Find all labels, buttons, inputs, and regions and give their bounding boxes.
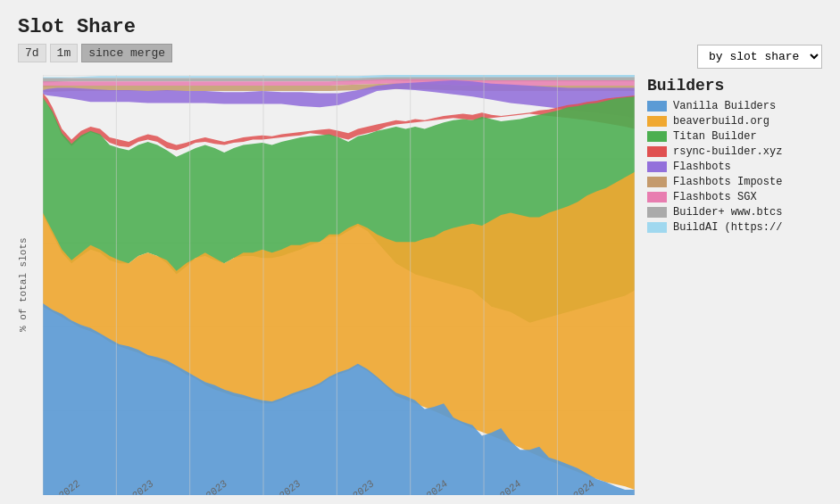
main-chart-svg: 100 80 60 40 20 0	[43, 75, 635, 495]
y-axis-label: % of total slots	[18, 75, 34, 495]
legend-label-beaver: beaverbuild.org	[673, 115, 769, 128]
chart-and-legend: 100 80 60 40 20 0	[43, 75, 822, 495]
legend-label-flashbots-imposter: Flashbots Imposte	[673, 176, 782, 188]
buildai-color-swatch	[647, 222, 667, 233]
legend-label-flashbots-sgx: Flashbots SGX	[673, 191, 757, 203]
legend-label-rsync: rsync-builder.xyz	[673, 145, 782, 158]
time-controls: 7d 1m since merge	[18, 44, 172, 62]
legend-item-builderplus: Builder+ www.btcs	[647, 206, 822, 219]
legend-title: Builders	[647, 77, 822, 95]
rsync-color-swatch	[647, 146, 667, 157]
time-7d-button[interactable]: 7d	[18, 44, 46, 62]
legend-label-titan: Titan Builder	[673, 130, 757, 143]
legend-label-vanilla: Vanilla Builders	[673, 100, 776, 112]
legend-panel: Builders Vanilla Builders beaverbuild.or…	[635, 75, 822, 495]
chart-wrapper: 100 80 60 40 20 0	[43, 75, 822, 495]
legend-item-vanilla: Vanilla Builders	[647, 100, 822, 112]
flashbots-color-swatch	[647, 161, 667, 172]
chart-svg-container: 100 80 60 40 20 0	[43, 75, 635, 495]
vanilla-color-swatch	[647, 101, 667, 112]
flashbots-sgx-color-swatch	[647, 192, 667, 202]
sort-select[interactable]: by slot share by name	[697, 45, 822, 69]
chart-area: % of total slots 100 80 60	[18, 75, 822, 495]
legend-item-flashbots: Flashbots	[647, 161, 822, 173]
legend-item-flashbots-imposter: Flashbots Imposte	[647, 176, 822, 188]
legend-label-builderplus: Builder+ www.btcs	[673, 206, 782, 219]
legend-item-rsync: rsync-builder.xyz	[647, 145, 822, 158]
page-title: Slot Share	[18, 16, 822, 38]
legend-item-titan: Titan Builder	[647, 130, 822, 143]
time-1m-button[interactable]: 1m	[50, 44, 79, 62]
legend-item-beaver: beaverbuild.org	[647, 115, 822, 128]
titan-color-swatch	[647, 131, 667, 142]
page-container: Slot Share 7d 1m since merge by slot sha…	[0, 0, 840, 504]
flashbots-imposter-color-swatch	[647, 177, 667, 187]
time-since-merge-button[interactable]: since merge	[81, 44, 172, 62]
legend-item-flashbots-sgx: Flashbots SGX	[647, 191, 822, 203]
legend-label-buildai: BuildAI (https://	[673, 221, 782, 234]
legend-item-buildai: BuildAI (https://	[647, 221, 822, 234]
legend-label-flashbots: Flashbots	[673, 161, 731, 173]
beaver-color-swatch	[647, 116, 667, 127]
builderplus-color-swatch	[647, 207, 667, 218]
